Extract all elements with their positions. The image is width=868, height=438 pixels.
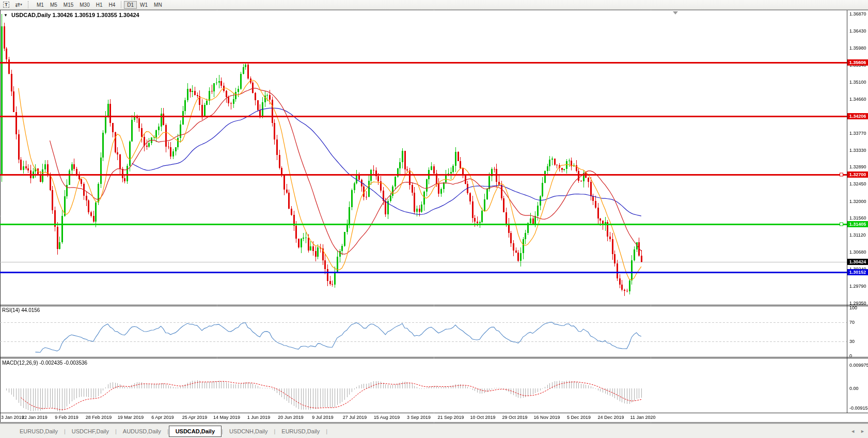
date-tick-label: 10 Oct 2019 — [470, 415, 495, 420]
macd-tick-label: 0.009975 — [849, 363, 868, 368]
rsi-tick-label: 100 — [849, 305, 857, 310]
price-tick-label: 1.29790 — [849, 284, 866, 289]
price-tick-label: 1.36870 — [849, 11, 866, 17]
macd-tick-label: -0.00915 — [849, 405, 868, 411]
current-price-label: 1.30424 — [847, 259, 868, 265]
date-tick-label: 28 Feb 2019 — [86, 415, 112, 420]
rsi-tick-label: 0 — [849, 353, 852, 358]
date-tick-label: 21 Sep 2019 — [437, 415, 464, 420]
collapse-icon[interactable]: ▼ — [4, 13, 8, 18]
tab-scroll-controls: ◄ ► — [850, 424, 865, 438]
macd-label: MACD(12,26,9) -0.002435 -0.003536 — [2, 360, 87, 366]
price-tick-label: 1.30680 — [849, 249, 866, 255]
date-tick-label: 9 Jul 2019 — [312, 415, 334, 420]
rsi-tick-label: 30 — [849, 339, 855, 344]
hline-price-label: 1.31405 — [847, 221, 868, 227]
price-chart-canvas[interactable] — [0, 0, 868, 438]
date-tick-label: 19 Mar 2019 — [118, 415, 144, 420]
tab-eurusd-daily[interactable]: EURUSD,Daily — [275, 426, 326, 436]
tab-usdcnh-daily[interactable]: USDCNH,Daily — [223, 426, 274, 436]
date-tick-label: 3 Sep 2019 — [407, 415, 431, 420]
date-tick-label: 11 Jan 2020 — [630, 415, 656, 420]
price-tick-label: 1.32890 — [849, 164, 866, 169]
price-tick-label: 1.32450 — [849, 181, 866, 186]
chart-tab-bar: EURUSD,Daily|USDCHF,Daily|AUDUSD,Daily|U… — [0, 424, 868, 438]
price-tick-label: 1.33330 — [849, 148, 866, 153]
tabs-container: EURUSD,Daily|USDCHF,Daily|AUDUSD,Daily|U… — [13, 426, 327, 437]
date-tick-label: 3 Jan 2019 — [1, 415, 24, 420]
date-tick-label: 22 Jan 2019 — [22, 415, 48, 420]
hline-price-label: 1.30152 — [847, 269, 868, 275]
price-tick-label: 1.31560 — [849, 215, 866, 221]
date-tick-label: 27 Jul 2019 — [343, 415, 367, 420]
date-tick-label: 16 Nov 2019 — [533, 415, 560, 420]
tab-eurusd-daily[interactable]: EURUSD,Daily — [13, 426, 64, 436]
chart-shift-marker-icon[interactable] — [673, 11, 678, 14]
rsi-tick-label: 70 — [849, 320, 855, 325]
price-tick-label: 1.35980 — [849, 45, 866, 51]
hline-price-label: 1.32700 — [847, 171, 868, 178]
date-tick-label: 29 Oct 2019 — [502, 415, 527, 420]
date-tick-label: 14 May 2019 — [213, 415, 240, 420]
date-tick-label: 15 Aug 2019 — [374, 415, 400, 420]
price-tick-label: 1.31120 — [849, 232, 866, 238]
date-tick-label: 5 Dec 2019 — [567, 415, 591, 420]
date-tick-label: 20 Jun 2019 — [278, 415, 304, 420]
tab-separator: | — [326, 428, 327, 434]
chart-ohlc-values: 1.30426 1.30519 1.30355 1.30424 — [52, 12, 139, 18]
hline-price-label: 1.34206 — [847, 113, 868, 119]
price-tick-label: 1.34660 — [849, 97, 866, 102]
tab-audusd-daily[interactable]: AUDUSD,Daily — [117, 426, 167, 436]
hline-price-label: 1.35606 — [847, 59, 868, 66]
tab-usdcad-daily[interactable]: USDCAD,Daily — [169, 426, 222, 437]
date-tick-label: 9 Feb 2019 — [55, 415, 78, 420]
rsi-value: 44.0156 — [21, 307, 40, 313]
price-tick-label: 1.35100 — [849, 80, 866, 85]
macd-tick-label: 0.00 — [849, 386, 859, 391]
date-tick-label: 1 Jun 2019 — [247, 415, 271, 420]
tab-usdchf-daily[interactable]: USDCHF,Daily — [66, 426, 115, 436]
price-tick-label: 1.32000 — [849, 199, 866, 204]
price-tick-label: 1.33770 — [849, 131, 866, 136]
date-tick-label: 24 Dec 2019 — [597, 415, 624, 420]
price-tick-label: 1.36430 — [849, 28, 866, 34]
trading-terminal-window: T ⇄ ▾ M1M5M15M30H1H4D1W1MN ▼ USDCAD,Dail… — [0, 0, 868, 438]
tab-scroll-right-button[interactable]: ► — [860, 429, 865, 434]
chart-title: ▼ USDCAD,Daily 1.30426 1.30519 1.30355 1… — [4, 12, 139, 18]
tab-scroll-left-button[interactable]: ◄ — [850, 429, 855, 434]
chart-symbol-label: USDCAD,Daily — [11, 12, 51, 18]
date-tick-label: 25 Apr 2019 — [182, 415, 208, 420]
rsi-label: RSI(14) 44.0156 — [2, 307, 40, 313]
date-tick-label: 6 Apr 2019 — [151, 415, 174, 420]
macd-values: -0.002435 -0.003536 — [39, 360, 87, 366]
